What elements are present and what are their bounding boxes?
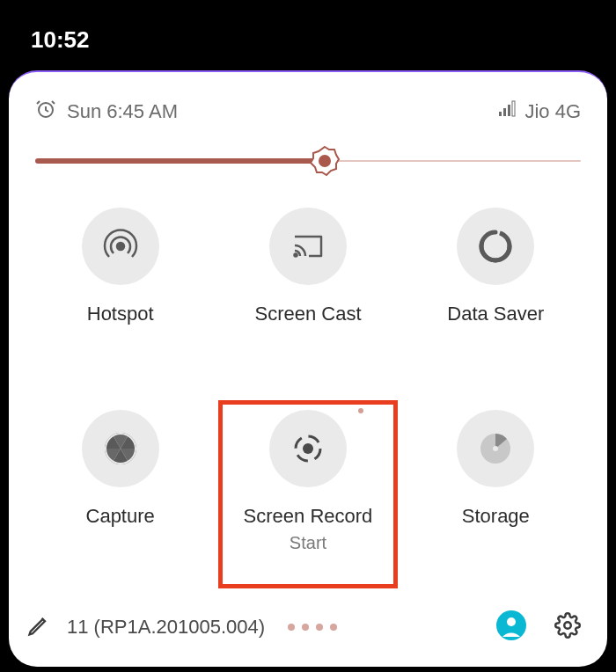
brightness-track-empty — [325, 160, 581, 162]
tile-label: Capture — [86, 505, 155, 528]
capture-icon — [82, 410, 159, 487]
data-saver-icon — [457, 208, 534, 285]
settings-gear-icon[interactable] — [554, 612, 581, 642]
tile-data-saver[interactable]: Data Saver — [411, 208, 581, 348]
alarm-icon — [35, 99, 56, 125]
page-indicator[interactable] — [288, 624, 337, 631]
signal-icon — [498, 100, 516, 123]
svg-rect-2 — [503, 108, 506, 116]
tile-screen-record[interactable]: Screen Record Start — [223, 405, 392, 585]
tile-sublabel: Start — [290, 533, 326, 562]
tile-label: Data Saver — [447, 303, 544, 325]
brightness-thumb[interactable] — [309, 145, 341, 177]
tile-label: Hotspot — [87, 303, 154, 325]
tile-storage[interactable]: Storage — [411, 410, 581, 585]
svg-point-17 — [507, 617, 516, 626]
screen-record-icon — [269, 410, 347, 487]
svg-rect-4 — [512, 101, 515, 116]
tile-screen-cast[interactable]: Screen Cast — [223, 208, 392, 348]
svg-point-15 — [493, 446, 498, 451]
screen-cast-icon — [269, 208, 347, 285]
quick-settings-panel: Sun 6:45 AM Jio 4G — [9, 70, 607, 667]
edit-icon[interactable] — [26, 613, 51, 641]
tile-capture[interactable]: Capture — [35, 410, 205, 585]
status-bar: Sun 6:45 AM Jio 4G — [9, 72, 607, 142]
hotspot-icon — [82, 208, 159, 285]
svg-point-13 — [303, 443, 313, 454]
carrier-label: Jio 4G — [524, 100, 581, 123]
user-avatar-icon[interactable] — [496, 610, 526, 644]
svg-point-6 — [319, 155, 331, 167]
tile-hotspot[interactable]: Hotspot — [35, 208, 205, 348]
brightness-slider[interactable] — [9, 142, 607, 190]
svg-point-18 — [564, 622, 571, 629]
tile-label: Screen Cast — [254, 303, 361, 325]
status-right: Jio 4G — [498, 100, 581, 123]
svg-rect-3 — [508, 105, 510, 116]
device-time: 10:52 — [31, 26, 90, 54]
alarm-time: Sun 6:45 AM — [67, 100, 178, 123]
build-number[interactable]: 11 (RP1A.201005.004) — [67, 616, 265, 639]
tile-label: Storage — [462, 505, 530, 528]
brightness-track-filled — [35, 158, 325, 164]
storage-icon — [457, 410, 534, 487]
qs-tiles-grid: Hotspot Screen Cast Data — [9, 190, 607, 593]
svg-point-7 — [117, 243, 124, 250]
tile-label: Screen Record — [244, 505, 373, 528]
status-left: Sun 6:45 AM — [35, 99, 178, 125]
tile-indicator-dot — [358, 408, 363, 413]
qs-footer: 11 (RP1A.201005.004) — [9, 593, 607, 667]
svg-rect-1 — [499, 112, 502, 116]
svg-point-8 — [294, 254, 297, 257]
